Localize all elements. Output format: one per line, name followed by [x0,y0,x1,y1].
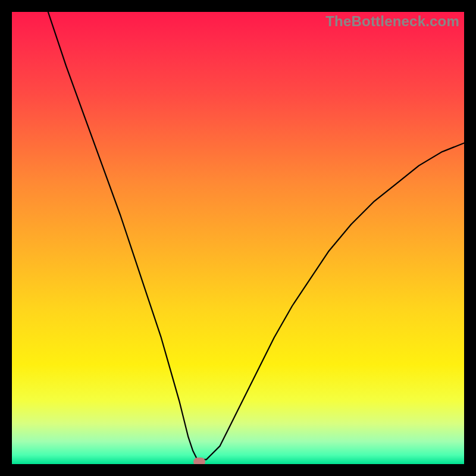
plot-area: TheBottleneck.com [12,12,464,464]
curve-path [48,12,464,459]
chart-frame: TheBottleneck.com [0,0,476,476]
optimal-marker [193,458,205,464]
bottleneck-curve [12,12,464,464]
